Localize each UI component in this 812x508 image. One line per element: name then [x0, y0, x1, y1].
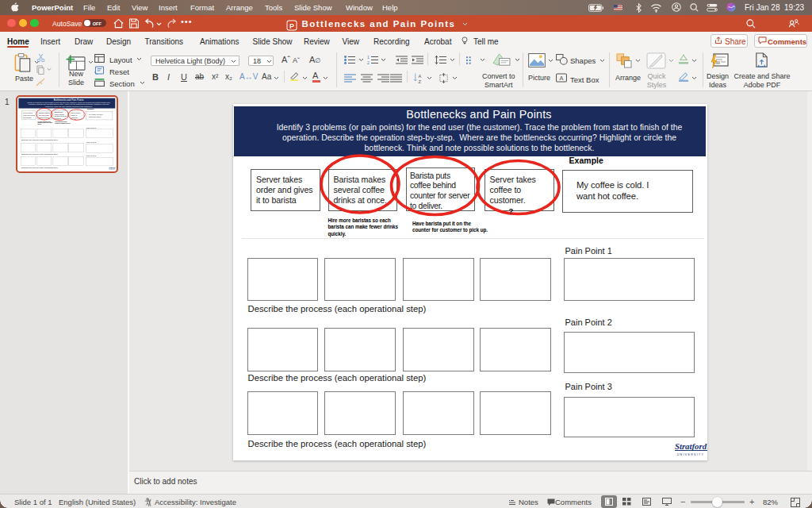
svg-text:Z: Z [419, 79, 422, 83]
svg-text:1: 1 [367, 56, 370, 60]
svg-text:P: P [289, 22, 294, 30]
svg-text:A: A [560, 75, 564, 82]
svg-text:A: A [419, 74, 422, 79]
svg-text:2: 2 [367, 60, 370, 64]
